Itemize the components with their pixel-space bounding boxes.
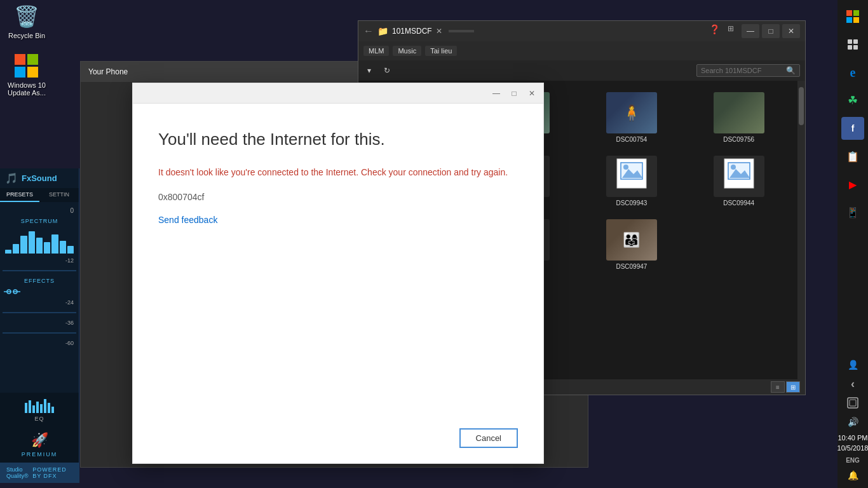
studio-quality-label: Studio Quality® — [6, 466, 32, 479]
file-item[interactable]: 👨‍👩‍👧 DSC09947 — [581, 215, 683, 274]
fe-close-btn[interactable]: ✕ — [782, 24, 800, 38]
windows-update-icon[interactable]: Windows 10 Update As... — [1, 51, 52, 99]
dialog-cancel-button[interactable]: Cancel — [459, 428, 518, 448]
bar-9 — [67, 246, 74, 254]
svg-rect-45 — [853, 39, 858, 44]
svg-rect-12 — [40, 404, 43, 413]
spectrum-bars — [3, 228, 76, 254]
facebook-icon[interactable]: f — [841, 117, 864, 140]
fe-search-box[interactable]: 🔍 — [696, 64, 800, 77]
svg-rect-2 — [15, 67, 25, 78]
your-phone-title: Your Phone — [88, 67, 128, 76]
dialog-feedback-link[interactable]: Send feedback — [158, 215, 518, 225]
recycle-bin-image: 🗑️ — [14, 4, 39, 29]
fxsound-volume: 0 — [3, 207, 76, 214]
premium-section: 🚀 PREMIUM — [0, 427, 79, 463]
fe-folder-icon: 📁 — [377, 26, 388, 36]
fxsound-settings-tab[interactable]: SETTIN — [39, 188, 79, 202]
tablet-mode-icon[interactable]: 📱 — [841, 201, 864, 224]
clover-app-icon[interactable]: ☘ — [841, 89, 864, 112]
fe-scrollbar[interactable] — [797, 81, 805, 379]
file-name: DSC09947 — [616, 263, 647, 270]
fe-nav-dropdown[interactable]: ▾ — [363, 65, 375, 76]
taskbar-tray: 👤 ‹ 🔊 10:40 PM 10/5/2018 ENG 🔔 — [837, 357, 868, 488]
file-thumb — [714, 92, 764, 133]
fe-grid-view-btn[interactable]: ⊞ — [786, 381, 800, 393]
file-item[interactable]: DSC09756 — [688, 88, 790, 147]
file-name: DSC00754 — [616, 136, 647, 143]
language-indicator[interactable]: ENG — [846, 457, 860, 464]
svg-rect-42 — [846, 17, 852, 23]
file-thumb: 👨‍👩‍👧 — [606, 219, 657, 261]
breadcrumb-mlm[interactable]: MLM — [363, 46, 389, 56]
fe-help-icon[interactable]: ❓ — [709, 24, 720, 38]
fxsound-tabs: PRESETS SETTIN — [0, 188, 79, 202]
youtube-icon[interactable]: ▶ — [841, 173, 864, 196]
svg-rect-44 — [848, 39, 852, 44]
level-minus36: -36 — [3, 320, 76, 326]
svg-rect-40 — [846, 10, 852, 16]
premium-label: PREMIUM — [22, 451, 58, 458]
fe-maximize-btn[interactable]: □ — [762, 24, 780, 38]
fxsound-body: 0 SPECTRUM -12 EFFECTS — [0, 202, 79, 393]
clock-time: 10:40 PM — [837, 433, 868, 443]
recycle-bin-icon[interactable]: 🗑️ Recycle Bin — [1, 1, 52, 42]
bar-5 — [36, 238, 43, 254]
fe-scrollbar-thumb[interactable] — [799, 87, 804, 125]
fe-title-left: ← 📁 101MSDCF ✕ — [363, 25, 474, 37]
fe-minimize-btn[interactable]: — — [742, 24, 759, 38]
svg-point-27 — [623, 165, 628, 170]
level-minus24: -24 — [3, 299, 76, 306]
dialog-error-code: 0x800704cf — [158, 192, 518, 202]
svg-rect-13 — [44, 399, 46, 413]
eq-bars-icon — [5, 398, 74, 413]
fxsound-logo: FxSound — [22, 173, 57, 183]
volume-icon[interactable]: 🔊 — [841, 414, 864, 430]
effect-knob-1[interactable] — [3, 288, 76, 295]
level-minus60: -60 — [3, 340, 76, 346]
fe-window-controls: ❓ ⊞ — □ ✕ — [709, 24, 800, 38]
dialog-maximize-btn[interactable]: □ — [505, 86, 523, 101]
file-item[interactable]: 🧍 DSC00754 — [581, 88, 683, 147]
fe-toolbar: ▾ ↻ 🔍 — [358, 60, 805, 81]
fe-expand-icon[interactable]: ⊞ — [728, 24, 734, 38]
fe-tab-close[interactable]: ✕ — [436, 27, 442, 36]
effects-label: EFFECTS — [3, 278, 76, 284]
fe-search-input[interactable] — [701, 67, 783, 74]
task-view-icon[interactable] — [841, 33, 864, 56]
bar-1 — [5, 250, 11, 254]
dialog-minimize-btn[interactable]: — — [487, 86, 505, 101]
notepad-icon[interactable]: 📋 — [841, 145, 864, 168]
svg-rect-11 — [36, 402, 39, 413]
file-thumb — [606, 156, 657, 197]
fe-breadcrumb: MLM Music Tai lieu — [358, 41, 805, 60]
notification-icon[interactable]: 🔔 — [841, 468, 864, 483]
breadcrumb-tailieu[interactable]: Tai lieu — [425, 46, 457, 56]
fxsound-panel: 🎵 FxSound PRESETS SETTIN 0 SPECTRUM -12 — [0, 168, 79, 483]
svg-rect-48 — [848, 398, 858, 408]
fe-list-view-btn[interactable]: ≡ — [771, 381, 785, 393]
network-icon[interactable] — [841, 395, 864, 410]
clock-date: 10/5/2018 — [837, 444, 868, 453]
fxsound-eq: EQ — [0, 393, 79, 427]
bar-8 — [60, 241, 66, 254]
file-item[interactable]: DSC09944 — [688, 152, 790, 210]
people-icon[interactable]: 👤 — [841, 357, 864, 372]
start-menu-icon[interactable] — [841, 5, 864, 28]
fe-back-arrow[interactable]: ← — [363, 25, 374, 37]
file-item[interactable]: DSC09943 — [581, 152, 683, 210]
spectrum-label: SPECTRUM — [3, 218, 76, 224]
fe-refresh-btn[interactable]: ↻ — [380, 65, 394, 76]
back-nav-icon[interactable]: ‹ — [841, 376, 864, 391]
file-name: DSC09943 — [616, 200, 647, 207]
error-dialog: — □ ✕ You'll need the Internet for this.… — [132, 83, 544, 464]
svg-rect-8 — [25, 403, 27, 413]
edge-browser-icon[interactable]: e — [841, 61, 864, 84]
dialog-close-btn[interactable]: ✕ — [523, 86, 541, 101]
breadcrumb-music[interactable]: Music — [393, 46, 421, 56]
svg-rect-0 — [15, 54, 25, 65]
svg-rect-46 — [848, 45, 852, 50]
fe-new-tab[interactable] — [449, 30, 474, 32]
file-thumb: 🧍 — [606, 92, 657, 133]
fxsound-presets-tab[interactable]: PRESETS — [0, 188, 39, 202]
